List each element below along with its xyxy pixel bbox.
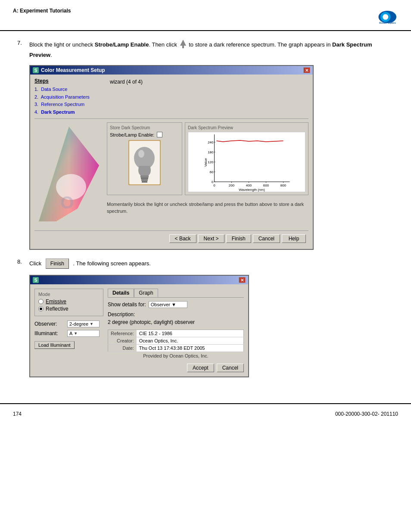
page-footer: 174 000-20000-300-02- 201110 <box>0 403 411 424</box>
finish-button-inline: Finish <box>46 258 69 269</box>
svg-marker-5 <box>180 40 186 46</box>
dialog2-body: Mode Emissive Reflective Observer: 2-deg… <box>30 284 248 376</box>
svg-text:Ocean: Ocean <box>379 22 387 24</box>
dialog2-footer: Accept Cancel <box>108 364 244 372</box>
dialog2-right-panel: Details Graph Show details for: Observer… <box>108 289 244 372</box>
illuminant-select-arrow: ▼ <box>74 331 78 336</box>
dialog1-content: Steps 1. Data Source 2. Acquisition Para… <box>30 75 313 249</box>
dialog2-close-button[interactable]: ✕ <box>239 277 246 283</box>
illuminant-label: Illuminant: <box>34 330 65 336</box>
observer-select-arrow: ▼ <box>90 322 93 326</box>
dialog1-right-panels: Store Dark Spectrum Strobe/Lamp Enable: <box>107 122 308 227</box>
svg-rect-15 <box>140 175 149 177</box>
svg-text:Optics: Optics <box>388 22 396 24</box>
tab-graph[interactable]: Graph <box>134 289 158 297</box>
emissive-radio[interactable] <box>38 299 44 304</box>
steps-list: 1. Data Source 2. Acquisition Parameters… <box>34 86 106 116</box>
help-button[interactable]: Help <box>282 234 306 243</box>
dialog1-footer: < Back Next > Finish Cancel Help <box>34 230 308 246</box>
section-title: A: Experiment Tutorials <box>13 8 71 14</box>
illuminant-field-row: Illuminant: A ▼ <box>34 330 103 337</box>
wizard-label: wizard (4 of 4) <box>110 78 143 116</box>
reflective-label: Reflective <box>46 306 68 312</box>
color-measurement-dialog: S Color Measurement Setup ✕ Steps 1. Dat… <box>29 65 314 250</box>
emissive-label: Emissive <box>46 299 66 305</box>
reflective-radio-row[interactable]: Reflective <box>38 306 100 312</box>
svg-text:Value: Value <box>204 158 208 167</box>
info-label-date: Date: <box>108 345 137 352</box>
mode-group: Mode Emissive Reflective <box>34 289 103 316</box>
info-label-creator: Creator: <box>108 337 137 345</box>
dialog2-cancel-button[interactable]: Cancel <box>217 364 244 372</box>
observer-select-value: 2-degree <box>69 321 88 327</box>
load-illuminant-button[interactable]: Load Illuminant <box>34 341 75 349</box>
step-7-text-end: . <box>50 52 52 58</box>
dialog1-steps-row: Steps 1. Data Source 2. Acquisition Para… <box>34 78 308 119</box>
strobe-label: Strobe/Lamp Enable: <box>110 132 154 137</box>
titlebar-left: S Color Measurement Setup <box>33 67 105 73</box>
svg-text:60: 60 <box>210 170 214 174</box>
svg-point-19 <box>138 150 144 158</box>
step-7: 7. Block the light or uncheck Strobe/Lam… <box>17 40 394 59</box>
observer-select[interactable]: 2-degree ▼ <box>67 320 100 327</box>
dialog1-title: Color Measurement Setup <box>41 67 105 73</box>
dialog1-close-button[interactable]: ✕ <box>303 67 310 73</box>
svg-text:200: 200 <box>229 184 235 187</box>
spectrum-graph: 0 60 120 180 240 <box>188 132 305 192</box>
doc-number: 000-20000-300-02- 201110 <box>335 411 398 417</box>
observer-field-row: Observer: 2-degree ▼ <box>34 320 103 327</box>
info-value-date: Thu Oct 13 17:43:38 EDT 2005 <box>137 345 244 352</box>
store-dark-title: Store Dark Spectrum <box>110 125 179 130</box>
step-7-number: 7. <box>17 40 25 59</box>
illuminant-select[interactable]: A ▼ <box>67 330 100 337</box>
show-details-label: Show details for: <box>108 302 146 308</box>
tabs-row: Details Graph <box>108 289 244 298</box>
cie-color-diagram: O <box>34 122 101 226</box>
show-details-select[interactable]: Observer ▼ <box>149 301 187 308</box>
store-dark-spectrum-group: Store Dark Spectrum Strobe/Lamp Enable: <box>107 122 182 195</box>
cie-diagram-area: O <box>34 122 103 227</box>
svg-text:120: 120 <box>208 160 214 164</box>
svg-rect-18 <box>142 181 147 183</box>
step-8-text-after: . The following screen appears. <box>73 260 150 267</box>
next-button[interactable]: Next > <box>198 234 224 243</box>
show-details-value: Observer <box>151 302 170 307</box>
info-row-creator: Creator: Ocean Optics, Inc. <box>108 337 244 345</box>
info-provided-text: Provided by Ocean Optics, Inc. <box>108 353 244 358</box>
step-list-item-2: 2. Acquisition Parameters <box>34 93 106 101</box>
emissive-radio-row[interactable]: Emissive <box>38 299 100 305</box>
svg-rect-17 <box>141 179 148 181</box>
dialog2-icon: S <box>33 277 39 283</box>
finish-button[interactable]: Finish <box>226 234 251 243</box>
bulb-container <box>110 140 179 185</box>
dark-preview-title: Dark Spectrum Preview <box>188 125 305 130</box>
strobe-checkbox[interactable] <box>157 132 162 137</box>
info-value-creator: Ocean Optics, Inc. <box>137 337 244 345</box>
show-details-arrow: ▼ <box>171 302 176 307</box>
dialog2-titlebar-left: S <box>33 277 39 283</box>
dark-spectrum-preview-group: Dark Spectrum Preview 0 60 120 <box>185 122 308 195</box>
page-number: 174 <box>13 411 22 417</box>
step-7-text: Block the light or uncheck Strobe/Lamp E… <box>29 40 394 59</box>
dialog1-icon: S <box>33 67 39 73</box>
svg-text:400: 400 <box>246 184 252 187</box>
step-7-text-before: Block the light or uncheck <box>29 41 95 48</box>
steps-title: Steps <box>34 78 106 84</box>
dialog2-left-panel: Mode Emissive Reflective Observer: 2-deg… <box>34 289 108 372</box>
accept-button[interactable]: Accept <box>187 364 214 372</box>
svg-text:800: 800 <box>280 184 286 187</box>
spectrum-graph-svg: 0 60 120 180 240 <box>188 132 305 193</box>
tab-details[interactable]: Details <box>108 289 134 297</box>
show-details-row: Show details for: Observer ▼ <box>108 301 244 308</box>
back-button[interactable]: < Back <box>169 234 196 243</box>
svg-point-2 <box>383 14 388 20</box>
ocean-optics-logo: Ocean Optics <box>376 8 398 26</box>
reflective-radio[interactable] <box>38 306 44 311</box>
mode-title: Mode <box>38 292 100 297</box>
step-7-text-middle: . Then click <box>149 41 177 48</box>
strobe-row: Strobe/Lamp Enable: <box>110 132 179 137</box>
dialog2-titlebar: S ✕ <box>30 276 248 284</box>
observer-dialog: S ✕ Mode Emissive Reflective <box>29 275 249 377</box>
step-8-text: Click Finish . The following screen appe… <box>29 258 151 269</box>
cancel-button[interactable]: Cancel <box>253 234 280 243</box>
